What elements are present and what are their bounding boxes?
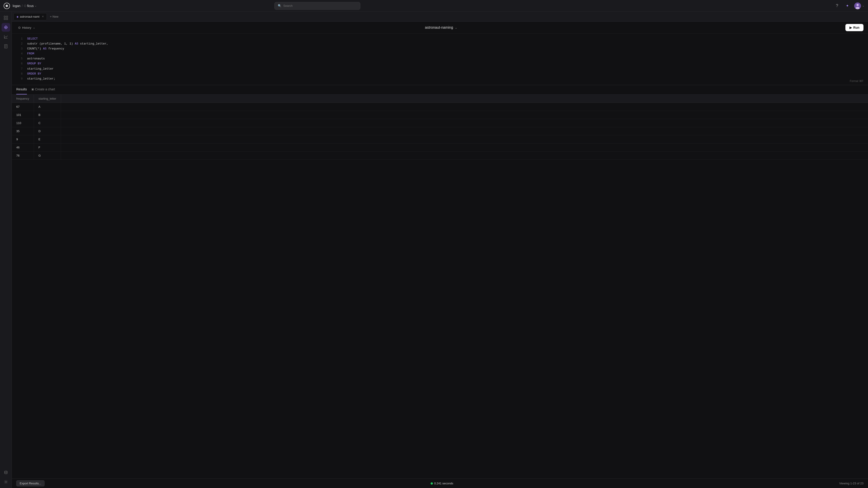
- table-column-header-empty: [61, 95, 868, 103]
- breadcrumb-user[interactable]: logan: [13, 4, 20, 8]
- table-cell-empty: [61, 111, 868, 119]
- table-cell-empty: [61, 151, 868, 160]
- code-content: COUNT(*) AS frequency: [27, 46, 64, 51]
- viewing-info: Viewing 1-23 of 23: [839, 482, 864, 485]
- create-chart-label: Create a chart: [35, 88, 55, 91]
- database-small-icon: ⬡: [24, 4, 26, 7]
- code-content: FROM: [27, 51, 34, 56]
- help-button[interactable]: ?: [833, 2, 841, 9]
- logo[interactable]: [4, 3, 10, 9]
- table-row[interactable]: 35D: [12, 127, 868, 135]
- table-cell: 9: [12, 135, 34, 143]
- table-cell-empty: [61, 103, 868, 111]
- code-line: 8ORDER BY: [12, 71, 868, 76]
- table-cell: 101: [12, 111, 34, 119]
- sidebar-item-grid[interactable]: [2, 13, 10, 22]
- timing-display: 0.241 seconds: [44, 482, 839, 485]
- export-button[interactable]: Export Results...: [16, 480, 44, 486]
- history-chevron-icon: ⌄: [33, 26, 35, 29]
- breadcrumb: logan / ⬡ ficus ⌄: [13, 4, 37, 8]
- sidebar-item-charts[interactable]: [2, 33, 10, 41]
- code-line: 4FROM: [12, 51, 868, 56]
- svg-rect-7: [4, 18, 5, 20]
- tab-create-chart[interactable]: ▣ Create a chart: [31, 85, 55, 94]
- line-number: 2: [16, 41, 23, 46]
- tab-results[interactable]: Results: [16, 85, 27, 94]
- table-cell: 76: [12, 151, 34, 160]
- export-label: Export Results...: [20, 482, 41, 485]
- breadcrumb-database[interactable]: ⬡ ficus ⌄: [24, 4, 37, 8]
- results-table: frequencystarting_letter 67A101B110C35D9…: [12, 95, 868, 160]
- table-cell: C: [34, 119, 61, 127]
- code-content: SELECT: [27, 36, 38, 41]
- top-header: logan / ⬡ ficus ⌄ 🔍 ? ✦ ⌄: [0, 0, 868, 12]
- new-tab-label: New: [53, 15, 58, 18]
- table-cell-empty: [61, 135, 868, 143]
- ai-button[interactable]: ✦: [844, 2, 851, 9]
- new-tab-plus-icon: +: [50, 15, 52, 18]
- table-cell: 35: [12, 127, 34, 135]
- table-row[interactable]: 101B: [12, 111, 868, 119]
- results-table-wrapper[interactable]: frequencystarting_letter 67A101B110C35D9…: [12, 95, 868, 479]
- code-line: 9 starting_letter;: [12, 76, 868, 81]
- table-cell: E: [34, 135, 61, 143]
- table-row[interactable]: 110C: [12, 119, 868, 127]
- line-number: 8: [16, 72, 23, 76]
- svg-rect-6: [6, 16, 8, 18]
- query-title-chevron-icon[interactable]: ⌄: [455, 26, 457, 29]
- avatar-chevron-icon: ⌄: [862, 4, 864, 7]
- run-play-icon: ▶: [849, 26, 852, 29]
- results-tabs: Results ▣ Create a chart: [12, 85, 868, 95]
- status-bar: Export Results... 0.241 seconds Viewing …: [12, 479, 868, 488]
- svg-rect-5: [4, 16, 5, 18]
- line-number: 7: [16, 67, 23, 71]
- line-number: 4: [16, 52, 23, 56]
- code-content: ORDER BY: [27, 71, 41, 76]
- tabs-row: ◈ astronaut-nami ✕ + New: [12, 12, 868, 22]
- svg-rect-8: [6, 18, 8, 20]
- table-row[interactable]: 9E: [12, 135, 868, 143]
- success-indicator: [431, 482, 433, 485]
- table-cell: A: [34, 103, 61, 111]
- sidebar-item-database[interactable]: [2, 468, 10, 477]
- table-cell-empty: [61, 143, 868, 151]
- avatar[interactable]: [854, 2, 861, 9]
- code-line: 6GROUP BY: [12, 61, 868, 66]
- sidebar-item-settings[interactable]: [2, 478, 10, 486]
- code-editor[interactable]: 1SELECT2 substr (profilename, 1, 1) AS s…: [12, 34, 868, 85]
- tab-query-icon: ◈: [17, 15, 19, 18]
- table-row[interactable]: 46F: [12, 143, 868, 151]
- code-content: starting_letter;: [27, 76, 55, 81]
- svg-point-22: [5, 481, 6, 483]
- table-column-header[interactable]: starting_letter: [34, 95, 61, 103]
- history-button[interactable]: ⊙ History ⌄: [16, 25, 37, 30]
- table-cell: G: [34, 151, 61, 160]
- table-row[interactable]: 76G: [12, 151, 868, 160]
- query-title: astronaut-naming ⌄: [37, 26, 845, 30]
- table-cell: B: [34, 111, 61, 119]
- table-cell: F: [34, 143, 61, 151]
- code-line: 2 substr (profilename, 1, 1) AS starting…: [12, 41, 868, 46]
- history-icon: ⊙: [18, 26, 21, 29]
- tab-close-button[interactable]: ✕: [42, 15, 44, 18]
- table-cell: 110: [12, 119, 34, 127]
- table-cell-empty: [61, 119, 868, 127]
- sidebar-item-notebook[interactable]: [2, 42, 10, 51]
- search-bar[interactable]: 🔍: [274, 2, 360, 10]
- code-content: GROUP BY: [27, 61, 41, 66]
- history-label: History: [22, 26, 31, 29]
- code-content: astronauts: [27, 56, 45, 61]
- query-title-text: astronaut-naming: [425, 26, 453, 30]
- table-row[interactable]: 67A: [12, 103, 868, 111]
- table-column-header[interactable]: frequency: [12, 95, 34, 103]
- sidebar-item-queries[interactable]: [2, 23, 10, 32]
- search-icon: 🔍: [278, 4, 281, 7]
- user-menu[interactable]: ⌄: [854, 2, 864, 9]
- results-container: Results ▣ Create a chart frequencystarti…: [12, 85, 868, 488]
- tab-astronaut-naming[interactable]: ◈ astronaut-nami ✕: [13, 13, 47, 20]
- editor-container: ⊙ History ⌄ astronaut-naming ⌄ ▶ Run 1SE…: [12, 22, 868, 85]
- run-button[interactable]: ▶ Run: [845, 24, 864, 31]
- search-input[interactable]: [283, 4, 357, 7]
- code-line: 1SELECT: [12, 36, 868, 41]
- new-tab-button[interactable]: + New: [48, 13, 61, 20]
